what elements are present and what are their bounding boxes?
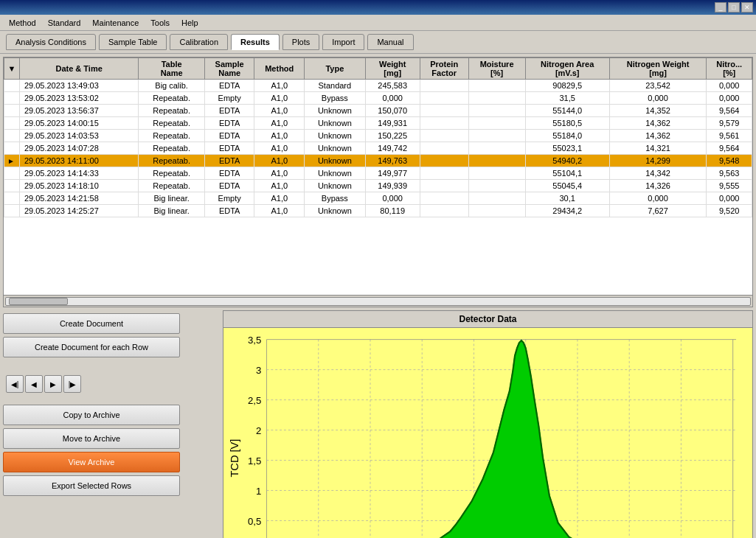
table-row[interactable]: 29.05.2023 13:56:37 Repeatab. EDTA A1,0 … — [4, 105, 752, 117]
table-scroll[interactable]: ▼ Date & Time TableName SampleName Metho… — [4, 57, 752, 295]
table-row[interactable]: 29.05.2023 14:14:33 Repeatab. EDTA A1,0 … — [4, 167, 752, 180]
cell-nweight: 14,326 — [609, 180, 707, 192]
cell-weight: 149,939 — [365, 180, 420, 192]
cell-nitro: 9,579 — [707, 117, 752, 130]
filter-header[interactable]: ▼ — [4, 58, 20, 80]
cell-narea: 55144,0 — [525, 105, 609, 117]
tab-import[interactable]: Import — [322, 34, 364, 50]
cell-method: A1,0 — [254, 180, 305, 192]
cell-protein — [420, 117, 468, 130]
row-indicator — [4, 117, 20, 130]
chart-area: Detector Data TCD [V] — [223, 310, 753, 538]
tab-calibration[interactable]: Calibration — [170, 34, 228, 50]
tab-sample-table[interactable]: Sample Table — [99, 34, 167, 50]
tab-analysis-conditions[interactable]: Analysis Conditions — [6, 34, 96, 50]
maximize-button[interactable]: □ — [728, 2, 740, 13]
cell-moisture — [468, 105, 525, 117]
filter-arrow-icon[interactable]: ▼ — [8, 64, 16, 73]
svg-text:1,5: 1,5 — [248, 455, 261, 467]
results-table-container: ▼ Date & Time TableName SampleName Metho… — [3, 57, 753, 307]
cell-nweight: 14,362 — [609, 117, 707, 130]
cell-protein — [420, 105, 468, 117]
horizontal-scrollbar[interactable] — [4, 295, 752, 307]
table-row[interactable]: 29.05.2023 14:07:28 Repeatab. EDTA A1,0 … — [4, 142, 752, 155]
cell-nitro: 0,000 — [707, 92, 752, 105]
cell-narea: 54940,2 — [525, 155, 609, 167]
cell-nitro: 0,000 — [707, 192, 752, 205]
copy-archive-button[interactable]: Copy to Archive — [3, 405, 180, 425]
menu-maintenance[interactable]: Maintenance — [86, 17, 145, 29]
cell-sample: Empty — [204, 192, 254, 205]
cell-nweight: 7,627 — [609, 205, 707, 217]
menu-method[interactable]: Method — [3, 17, 42, 29]
cell-datetime: 29.05.2023 14:21:58 — [19, 192, 138, 205]
table-row[interactable]: 29.05.2023 14:21:58 Big linear. Empty A1… — [4, 192, 752, 205]
close-button[interactable]: ✕ — [741, 2, 753, 13]
cell-narea: 30,1 — [525, 192, 609, 205]
table-row[interactable]: 29.05.2023 14:18:10 Repeatab. EDTA A1,0 … — [4, 180, 752, 192]
cell-moisture — [468, 167, 525, 180]
chart-title: Detector Data — [223, 311, 752, 328]
move-archive-button[interactable]: Move to Archive — [3, 428, 180, 449]
tab-manual[interactable]: Manual — [367, 34, 413, 50]
col-type: Type — [305, 58, 366, 80]
scroll-thumb[interactable] — [9, 298, 68, 305]
scroll-track[interactable] — [5, 297, 751, 306]
svg-text:1: 1 — [256, 486, 261, 497]
nav-first-button[interactable]: ◀| — [6, 375, 24, 393]
cell-nweight: 14,352 — [609, 105, 707, 117]
cell-moisture — [468, 205, 525, 217]
cell-moisture — [468, 92, 525, 105]
table-row[interactable]: 29.05.2023 14:00:15 Repeatab. EDTA A1,0 … — [4, 117, 752, 130]
main-content: ▼ Date & Time TableName SampleName Metho… — [0, 54, 756, 538]
menu-help[interactable]: Help — [176, 17, 204, 29]
detector-chart: TCD [V] — [223, 328, 752, 538]
cell-weight: 149,742 — [365, 142, 420, 155]
cell-type: Unknown — [305, 117, 366, 130]
cell-moisture — [468, 117, 525, 130]
menu-standard[interactable]: Standard — [42, 17, 87, 29]
svg-text:TCD [V]: TCD [V] — [229, 439, 240, 478]
cell-sample: EDTA — [204, 130, 254, 142]
svg-text:3: 3 — [256, 365, 261, 376]
minimize-button[interactable]: _ — [715, 2, 726, 13]
cell-datetime: 29.05.2023 14:07:28 — [19, 142, 138, 155]
table-row[interactable]: 29.05.2023 13:49:03 Big calib. EDTA A1,0… — [4, 80, 752, 92]
cell-nitro: 9,555 — [707, 180, 752, 192]
cell-protein — [420, 92, 468, 105]
cell-type: Unknown — [305, 205, 366, 217]
left-controls: Create Document Create Document for each… — [3, 310, 217, 538]
cell-moisture — [468, 155, 525, 167]
cell-sample: EDTA — [204, 205, 254, 217]
cell-datetime: 29.05.2023 14:11:00 — [19, 155, 138, 167]
col-samplename: SampleName — [204, 58, 254, 80]
cell-narea: 55104,1 — [525, 167, 609, 180]
row-indicator — [4, 142, 20, 155]
cell-method: A1,0 — [254, 205, 305, 217]
nav-prev-button[interactable]: ◀ — [25, 375, 43, 393]
cell-nweight: 0,000 — [609, 192, 707, 205]
view-archive-button[interactable]: View Archive — [3, 452, 180, 472]
table-row[interactable]: ► 29.05.2023 14:11:00 Repeatab. EDTA A1,… — [4, 155, 752, 167]
tab-results[interactable]: Results — [231, 34, 280, 50]
row-indicator — [4, 105, 20, 117]
cell-table: Repeatab. — [139, 130, 205, 142]
cell-weight: 80,119 — [365, 205, 420, 217]
tab-plots[interactable]: Plots — [282, 34, 319, 50]
table-row[interactable]: 29.05.2023 14:25:27 Big linear. EDTA A1,… — [4, 205, 752, 217]
create-document-each-button[interactable]: Create Document for each Row — [3, 337, 180, 357]
create-document-button[interactable]: Create Document — [3, 313, 180, 334]
table-row[interactable]: 29.05.2023 13:53:02 Repeatab. Empty A1,0… — [4, 92, 752, 105]
cell-nitro: 9,548 — [707, 155, 752, 167]
cell-type: Unknown — [305, 155, 366, 167]
cell-nitro: 9,561 — [707, 130, 752, 142]
nav-next-button[interactable]: ▶ — [44, 375, 62, 393]
cell-nitro: 9,564 — [707, 142, 752, 155]
menu-tools[interactable]: Tools — [145, 17, 176, 29]
export-rows-button[interactable]: Export Selected Rows — [3, 475, 180, 496]
table-row[interactable]: 29.05.2023 14:03:53 Repeatab. EDTA A1,0 … — [4, 130, 752, 142]
nav-last-button[interactable]: |▶ — [63, 375, 81, 393]
cell-moisture — [468, 142, 525, 155]
cell-sample: EDTA — [204, 167, 254, 180]
cell-datetime: 29.05.2023 13:56:37 — [19, 105, 138, 117]
